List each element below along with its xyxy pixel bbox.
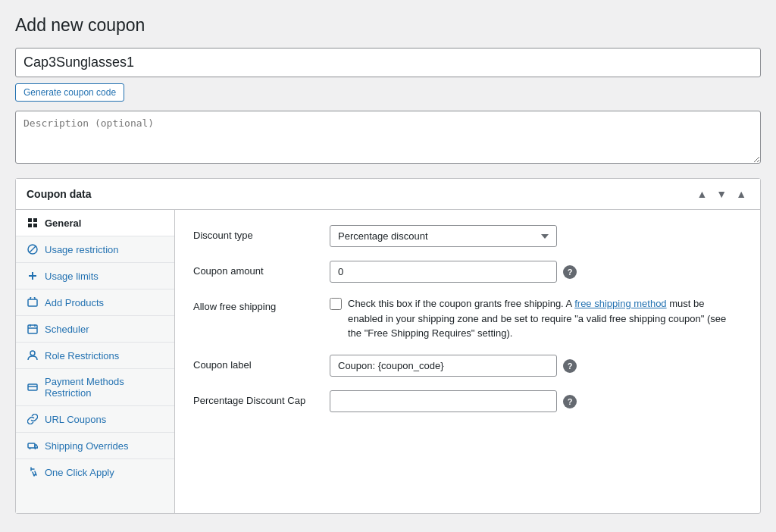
restriction-icon bbox=[27, 243, 39, 255]
percentage-discount-cap-label: Percentage Discount Cap bbox=[193, 390, 330, 406]
sidebar-item-usage-restriction-label: Usage restriction bbox=[45, 244, 119, 255]
sidebar-item-usage-restriction[interactable]: Usage restriction bbox=[16, 236, 174, 263]
svg-rect-16 bbox=[28, 443, 35, 448]
svg-rect-9 bbox=[28, 325, 37, 333]
percentage-discount-cap-field: ? bbox=[330, 390, 742, 412]
coupon-label-row: Coupon label ? bbox=[193, 355, 742, 377]
svg-point-18 bbox=[35, 448, 36, 449]
svg-rect-8 bbox=[28, 299, 37, 306]
coupon-amount-label: Coupon amount bbox=[193, 261, 330, 277]
panel-header: Coupon data ▲ ▼ ▲ bbox=[16, 179, 760, 210]
panel-controls: ▲ ▼ ▲ bbox=[693, 186, 749, 202]
allow-free-shipping-checkbox-row: Check this box if the coupon grants free… bbox=[330, 296, 742, 341]
products-icon bbox=[27, 296, 39, 308]
main-content: Discount type Percentage discount Fixed … bbox=[175, 210, 760, 513]
discount-type-select[interactable]: Percentage discount Fixed cart discount … bbox=[330, 225, 557, 247]
percentage-discount-cap-input[interactable] bbox=[330, 390, 557, 412]
coupon-label-field: ? bbox=[330, 355, 742, 377]
discount-type-label: Discount type bbox=[193, 225, 330, 241]
panel-collapse-btn[interactable]: ▲ bbox=[733, 186, 749, 202]
svg-rect-1 bbox=[33, 218, 37, 222]
panel-title: Coupon data bbox=[27, 188, 92, 200]
click-icon bbox=[27, 466, 39, 478]
coupon-data-panel: Coupon data ▲ ▼ ▲ General bbox=[15, 178, 761, 514]
svg-point-17 bbox=[30, 448, 31, 449]
svg-point-13 bbox=[30, 351, 35, 355]
page-title: Add new coupon bbox=[15, 15, 761, 36]
grid-icon bbox=[27, 217, 39, 229]
coupon-amount-input[interactable] bbox=[330, 261, 557, 283]
coupon-label-input[interactable] bbox=[330, 355, 557, 377]
allow-free-shipping-field: Check this box if the coupon grants free… bbox=[330, 296, 742, 341]
link-icon bbox=[27, 413, 39, 425]
sidebar-item-payment-methods-label: Payment Methods Restriction bbox=[45, 376, 164, 399]
panel-down-btn[interactable]: ▼ bbox=[713, 186, 730, 202]
sidebar-item-url-coupons-label: URL Coupons bbox=[45, 414, 106, 425]
coupon-amount-help-icon[interactable]: ? bbox=[563, 265, 577, 279]
svg-rect-3 bbox=[33, 224, 37, 227]
coupon-amount-row: Coupon amount ? bbox=[193, 261, 742, 283]
sidebar-item-scheduler-label: Scheduler bbox=[45, 324, 89, 335]
allow-free-shipping-label: Allow free shipping bbox=[193, 296, 330, 312]
description-textarea[interactable] bbox=[15, 111, 761, 164]
sidebar-item-one-click-apply-label: One Click Apply bbox=[45, 467, 114, 478]
sidebar-item-usage-limits[interactable]: Usage limits bbox=[16, 263, 174, 289]
sidebar-item-usage-limits-label: Usage limits bbox=[45, 271, 99, 282]
coupon-amount-field: ? bbox=[330, 261, 742, 283]
generate-coupon-btn[interactable]: Generate coupon code bbox=[15, 83, 124, 102]
shipping-icon bbox=[27, 440, 39, 452]
svg-line-5 bbox=[30, 246, 36, 252]
sidebar-item-url-coupons[interactable]: URL Coupons bbox=[16, 406, 174, 433]
discount-type-field: Percentage discount Fixed cart discount … bbox=[330, 225, 742, 247]
panel-up-btn[interactable]: ▲ bbox=[693, 186, 710, 202]
panel-body: General Usage restriction bbox=[16, 210, 760, 513]
sidebar-item-shipping-overrides-label: Shipping Overrides bbox=[45, 440, 129, 452]
plus-icon bbox=[27, 270, 39, 282]
discount-type-row: Discount type Percentage discount Fixed … bbox=[193, 225, 742, 247]
payment-icon bbox=[27, 381, 39, 393]
sidebar: General Usage restriction bbox=[16, 210, 175, 513]
sidebar-item-add-products[interactable]: Add Products bbox=[16, 289, 174, 316]
coupon-label-label: Coupon label bbox=[193, 355, 330, 371]
person-icon bbox=[27, 349, 39, 361]
sidebar-item-general[interactable]: General bbox=[16, 210, 174, 236]
sidebar-item-add-products-label: Add Products bbox=[45, 297, 104, 308]
svg-rect-14 bbox=[28, 384, 37, 390]
allow-free-shipping-text: Check this box if the coupon grants free… bbox=[348, 296, 742, 341]
free-shipping-link[interactable]: free shipping method bbox=[574, 298, 666, 309]
sidebar-item-one-click-apply[interactable]: One Click Apply bbox=[16, 459, 174, 485]
calendar-icon bbox=[27, 323, 39, 335]
coupon-code-input[interactable] bbox=[15, 48, 761, 77]
sidebar-item-scheduler[interactable]: Scheduler bbox=[16, 316, 174, 343]
svg-rect-0 bbox=[28, 218, 32, 222]
sidebar-item-role-restrictions-label: Role Restrictions bbox=[45, 350, 119, 361]
svg-rect-2 bbox=[28, 224, 32, 227]
percentage-discount-cap-row: Percentage Discount Cap ? bbox=[193, 390, 742, 412]
allow-free-shipping-checkbox[interactable] bbox=[330, 298, 342, 310]
sidebar-item-role-restrictions[interactable]: Role Restrictions bbox=[16, 343, 174, 369]
coupon-label-help-icon[interactable]: ? bbox=[563, 359, 577, 373]
sidebar-item-shipping-overrides[interactable]: Shipping Overrides bbox=[16, 433, 174, 459]
sidebar-item-general-label: General bbox=[45, 217, 81, 229]
sidebar-item-payment-methods[interactable]: Payment Methods Restriction bbox=[16, 369, 174, 406]
percentage-discount-cap-help-icon[interactable]: ? bbox=[563, 395, 577, 408]
allow-free-shipping-row: Allow free shipping Check this box if th… bbox=[193, 296, 742, 341]
